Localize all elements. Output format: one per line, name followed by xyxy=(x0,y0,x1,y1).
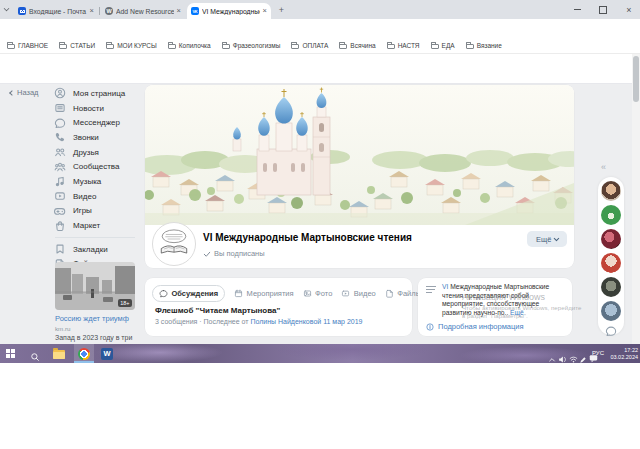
friend-avatar[interactable] xyxy=(601,229,621,249)
ad-title[interactable]: Россию ждет триумф xyxy=(55,314,135,323)
check-icon xyxy=(203,250,211,258)
discussions-card: Обсуждения Мероприятия Фото Видео Файлы xyxy=(145,278,412,336)
window-restore-button[interactable] xyxy=(592,0,614,19)
tray-expand-icon[interactable] xyxy=(548,350,556,368)
community-logo-sketch xyxy=(154,224,194,264)
community-card: VI Международные Мартыновские чтения Вы … xyxy=(145,85,574,268)
start-button-icon[interactable] xyxy=(6,349,15,358)
scrollbar-thumb[interactable] xyxy=(633,56,639,102)
friend-avatar[interactable] xyxy=(601,277,621,297)
community-avatar[interactable] xyxy=(152,222,196,266)
sidebar-item-friends[interactable]: Друзья xyxy=(54,145,146,160)
market-icon xyxy=(54,220,66,232)
video-icon xyxy=(54,190,66,202)
description-more-link[interactable]: Ещё xyxy=(508,309,524,316)
sidebar-item-messenger[interactable]: Мессенджер xyxy=(54,115,146,130)
screen: Входящие - Почта Mail.ru × Add New Resou… xyxy=(0,0,640,449)
tab-events[interactable]: Мероприятия xyxy=(234,289,294,298)
taskbar-search-icon[interactable] xyxy=(30,348,40,366)
browser-tab-vk-active[interactable]: VI Международные Мартынов… × xyxy=(187,3,271,19)
bookmark-folder[interactable]: НАСТЯ xyxy=(387,42,420,50)
tab-photos[interactable]: Фото xyxy=(303,289,333,298)
tab-close-icon[interactable]: × xyxy=(90,7,94,15)
sidebar-item-news[interactable]: Новости xyxy=(54,101,146,116)
messages-bubble-icon[interactable] xyxy=(605,323,617,341)
tab-videos[interactable]: Видео xyxy=(341,289,375,298)
sidebar-item-my-page[interactable]: Моя страница xyxy=(54,86,146,101)
sidebar-item-calls[interactable]: Звонки xyxy=(54,130,146,145)
folder-icon xyxy=(59,44,67,50)
age-badge: 18+ xyxy=(118,299,132,307)
tab-discussions[interactable]: Обсуждения xyxy=(152,285,225,302)
community-title: VI Международные Мартыновские чтения xyxy=(203,232,412,243)
sidebar-item-communities[interactable]: Сообщества xyxy=(54,159,146,174)
folder-icon xyxy=(387,44,395,50)
sidebar-item-market[interactable]: Маркет xyxy=(54,218,146,233)
bookmark-folder[interactable]: Всячина xyxy=(339,42,375,50)
chrome-taskbar-button[interactable] xyxy=(74,344,94,363)
bookmark-folder[interactable]: СТАТЬИ xyxy=(59,42,95,50)
detailed-info-link[interactable]: Подробная информация xyxy=(426,322,524,331)
word-icon[interactable] xyxy=(101,348,113,360)
events-icon xyxy=(234,289,243,298)
friend-avatar[interactable] xyxy=(601,205,621,225)
vk-favicon-icon xyxy=(191,7,199,15)
ad-domain: km.ru xyxy=(55,325,135,332)
sidebar-item-games[interactable]: Игры xyxy=(54,204,146,219)
browser-tab-mail[interactable]: Входящие - Почта Mail.ru × xyxy=(14,3,98,19)
subscription-status[interactable]: Вы подписаны xyxy=(203,249,265,258)
friend-avatar[interactable] xyxy=(601,301,621,321)
window-minimize-button[interactable] xyxy=(566,0,588,19)
language-indicator[interactable]: РУС xyxy=(592,350,604,356)
videos-icon xyxy=(341,289,350,298)
community-more-button[interactable]: Ещё xyxy=(527,231,567,247)
bookmark-folder[interactable]: Копилочка xyxy=(168,42,211,50)
content-tabs: Обсуждения Мероприятия Фото Видео Файлы xyxy=(152,284,421,302)
ad-image[interactable]: 18+ xyxy=(55,262,135,310)
collapse-panel-icon[interactable]: « xyxy=(601,162,606,172)
discussion-author-link[interactable]: Полины Найденковой xyxy=(250,318,321,325)
discussion-title[interactable]: Флешмоб "Читаем Мартынова" xyxy=(155,306,280,315)
volume-icon[interactable] xyxy=(558,350,567,368)
network-icon[interactable] xyxy=(569,350,578,368)
page-scrollbar[interactable] xyxy=(632,54,640,344)
bookmark-folder[interactable]: Фразеологизмы xyxy=(222,42,281,50)
vk-sidebar-menu: Моя страница Новости Мессенджер Звонки Д… xyxy=(54,86,146,271)
tab-close-icon[interactable]: × xyxy=(177,7,181,15)
tab-files[interactable]: Файлы xyxy=(385,289,421,298)
bookmark-folder[interactable]: Вязание xyxy=(466,42,502,50)
sidebar-ad[interactable]: 18+ Россию ждет триумф km.ru Запад в 202… xyxy=(55,262,135,351)
back-link[interactable]: Назад xyxy=(10,88,39,97)
discussion-date-link[interactable]: 11 мар 2019 xyxy=(321,318,362,325)
folder-icon xyxy=(168,44,176,50)
chrome-icon xyxy=(78,348,90,360)
folder-icon xyxy=(7,44,15,50)
folder-icon xyxy=(222,44,230,50)
bookmark-folder[interactable]: ГЛАВНОЕ xyxy=(7,42,48,50)
new-tab-button[interactable]: + xyxy=(276,4,287,15)
bookmark-folder[interactable]: ЕДА xyxy=(431,42,455,50)
window-close-button[interactable]: × xyxy=(618,0,640,19)
discussions-icon xyxy=(159,289,168,298)
bookmark-folder[interactable]: ОПЛАТА xyxy=(291,42,328,50)
browser-toolbar: ← → ↻ ☆ ⋮ xyxy=(0,19,640,38)
tab-close-icon[interactable]: × xyxy=(263,7,267,15)
pen-icon[interactable] xyxy=(579,350,587,368)
info-icon xyxy=(426,323,434,331)
friend-avatar[interactable] xyxy=(601,181,621,201)
browser-tab-resource[interactable]: Add New Resource - 2022 - 20 × xyxy=(101,3,185,19)
tab-search-chevron-icon[interactable] xyxy=(4,6,10,12)
sidebar-item-bookmarks[interactable]: Закладки xyxy=(54,242,146,257)
sidebar-item-video[interactable]: Видео xyxy=(54,189,146,204)
friend-avatar[interactable] xyxy=(601,253,621,273)
sidebar-item-music[interactable]: Музыка xyxy=(54,174,146,189)
taskbar-clock[interactable]: 17:22 03.02.2024 xyxy=(606,347,638,362)
photos-icon xyxy=(303,289,312,298)
bookmark-folder[interactable]: МОИ КУРСЫ xyxy=(106,42,157,50)
folder-icon xyxy=(106,44,114,50)
clock-time: 17:22 xyxy=(606,347,638,354)
friends-online-strip xyxy=(598,177,624,335)
files-tab-icon xyxy=(385,289,394,298)
bookmarks-icon xyxy=(54,243,66,255)
file-explorer-icon[interactable] xyxy=(53,350,65,359)
